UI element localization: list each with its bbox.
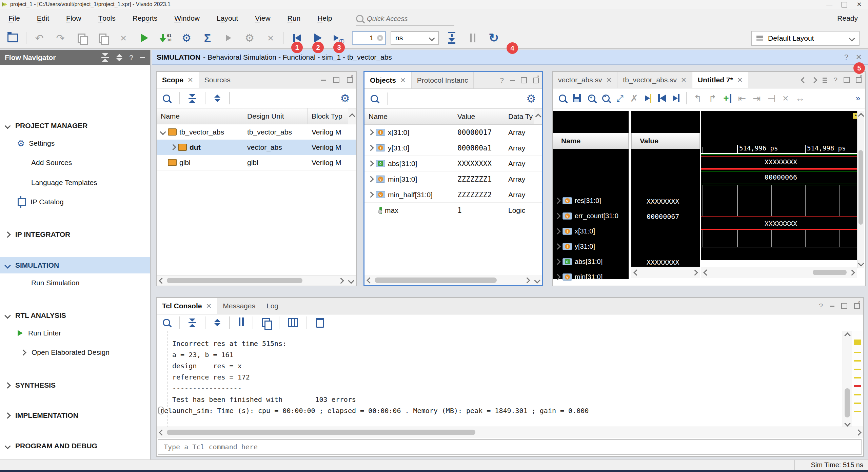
tab-messages[interactable]: Messages — [217, 298, 261, 314]
open-project-button[interactable] — [5, 30, 21, 46]
maximize-panel-icon[interactable] — [844, 77, 850, 83]
tcl-command-input[interactable] — [158, 439, 862, 455]
console-output[interactable]: Incorrect res at time 515ns: a = 23, b =… — [157, 331, 843, 428]
menu-help[interactable]: Help — [309, 9, 340, 28]
swap-before-icon[interactable]: ↰ — [694, 93, 702, 104]
warning-mark[interactable] — [854, 352, 861, 353]
minimize-panel-icon[interactable] — [321, 80, 326, 81]
scroll-up-icon[interactable] — [349, 113, 355, 119]
settings-button[interactable]: ⚙ — [178, 30, 195, 46]
menu-flow[interactable]: Flow — [58, 9, 90, 28]
run-synthesis-button-disabled[interactable] — [220, 30, 237, 46]
sidebar-section-synthesis[interactable]: SYNTHESIS — [0, 377, 150, 393]
redo-button[interactable]: ↷ — [52, 30, 68, 46]
value-horizontal-scrollbar[interactable] — [631, 267, 700, 278]
column-name[interactable]: Name — [157, 108, 243, 124]
close-simulation-icon[interactable]: ✕ — [856, 53, 862, 62]
sidebar-section-program-and-debug[interactable]: PROGRAM AND DEBUG — [0, 438, 150, 454]
console-vertical-scrollbar[interactable] — [843, 331, 852, 428]
restore-window-button[interactable] — [837, 0, 852, 9]
sidebar-item-open-elaborated-design[interactable]: Open Elaborated Design — [0, 344, 150, 361]
wave-plot[interactable]: ▸ 514,996 ps 514,998 ps XXXXXXXX 0000006… — [701, 111, 861, 260]
scroll-left-icon[interactable] — [633, 269, 639, 275]
sidebar-item-add-sources[interactable]: Add Sources — [0, 155, 150, 171]
close-tab-icon[interactable]: ✕ — [206, 302, 212, 310]
expand-all-icon[interactable] — [116, 54, 122, 61]
copy-button[interactable] — [73, 30, 90, 46]
warning-mark[interactable] — [854, 403, 861, 404]
tab-untitled-7[interactable]: Untitled 7*✕ — [692, 72, 749, 88]
wave-signal-row[interactable]: Iy[31:0] — [553, 239, 629, 254]
scroll-right-icon[interactable] — [524, 277, 530, 283]
menu-tools[interactable]: Tools — [90, 9, 124, 28]
help-icon[interactable]: ? — [129, 54, 133, 62]
scroll-right-icon[interactable] — [338, 278, 344, 284]
scrollbar-thumb[interactable] — [845, 388, 850, 417]
scroll-left-icon[interactable] — [159, 429, 165, 435]
help-icon[interactable]: ? — [844, 53, 848, 62]
collapse-all-icon[interactable] — [189, 94, 196, 103]
next-tab-icon[interactable] — [811, 77, 817, 83]
copy-icon[interactable] — [262, 318, 270, 327]
prev-tab-icon[interactable] — [801, 77, 807, 83]
gear-icon[interactable]: ⚙ — [340, 93, 350, 104]
close-window-button[interactable]: ✕ — [852, 0, 867, 9]
close-tab-icon[interactable]: ✕ — [681, 76, 687, 84]
tab-sources[interactable]: Sources — [199, 72, 236, 88]
table-row[interactable]: tb_vector_abs tb_vector_abs Verilog M — [157, 124, 356, 140]
scroll-right-icon[interactable] — [692, 269, 698, 275]
warning-mark[interactable] — [854, 394, 861, 395]
column-design-unit[interactable]: Design Unit — [243, 108, 308, 124]
scroll-up-icon[interactable] — [844, 332, 850, 338]
quick-access-search[interactable] — [356, 12, 454, 26]
close-tab-icon[interactable]: ✕ — [737, 76, 743, 84]
next-transition-icon[interactable] — [673, 94, 679, 102]
menu-reports[interactable]: Reports — [124, 9, 166, 28]
wave-vertical-scrollbar[interactable] — [857, 111, 864, 268]
cut-button[interactable]: × — [115, 30, 132, 46]
menu-view[interactable]: View — [246, 9, 279, 28]
table-row-selected[interactable]: dut vector_abs Verilog M — [157, 140, 356, 155]
minimize-panel-icon[interactable] — [140, 57, 145, 58]
scroll-left-icon[interactable] — [159, 278, 165, 284]
wave-signal-row[interactable]: 0abs[31:0] — [553, 254, 629, 269]
tab-vector-abs-sv[interactable]: vector_abs.sv✕ — [553, 72, 617, 88]
scrollbar-thumb[interactable] — [167, 278, 302, 283]
help-icon[interactable]: ? — [833, 76, 837, 84]
scroll-down-icon[interactable] — [844, 420, 850, 426]
maximize-panel-icon[interactable] — [521, 77, 527, 83]
add-marker-icon[interactable]: + — [723, 93, 731, 104]
columns-icon[interactable] — [288, 318, 298, 327]
save-waveform-icon[interactable] — [573, 94, 581, 102]
previous-transition-icon[interactable] — [658, 94, 666, 102]
search-icon[interactable] — [163, 95, 170, 102]
generate-bitstream-button[interactable]: 0110 — [157, 30, 174, 46]
sidebar-section-simulation[interactable]: SIMULATION — [0, 257, 150, 273]
help-icon[interactable]: ? — [500, 76, 504, 84]
scroll-up-icon[interactable] — [535, 114, 541, 120]
scroll-down-icon[interactable] — [858, 260, 864, 266]
close-tab-icon[interactable]: ✕ — [400, 76, 406, 84]
search-icon[interactable] — [371, 95, 378, 102]
wave-signal-row[interactable]: vmin[31:0] — [553, 269, 629, 285]
minimize-panel-icon[interactable] — [510, 80, 515, 81]
sidebar-item-language-templates[interactable]: Language Templates — [0, 175, 150, 191]
sidebar-item-ip-catalog[interactable]: IP Catalog — [0, 194, 150, 210]
go-to-time-icon[interactable] — [645, 94, 651, 103]
menu-edit[interactable]: Edit — [28, 9, 58, 28]
scrollbar-thumb[interactable] — [167, 430, 475, 435]
scroll-down-icon[interactable] — [534, 277, 540, 283]
jump-start-icon[interactable]: ⇤ — [738, 93, 746, 104]
gear-icon[interactable]: ⚙ — [526, 93, 536, 104]
swap-after-icon[interactable]: ↱ — [709, 93, 716, 104]
layout-selector[interactable]: Default Layout — [751, 31, 860, 46]
warning-mark[interactable] — [854, 360, 861, 362]
column-block-type[interactable]: Block Typ — [308, 108, 348, 124]
float-panel-icon[interactable] — [533, 78, 539, 83]
paste-button[interactable] — [94, 30, 111, 46]
zoom-fit-icon[interactable]: ⤢ — [616, 93, 624, 104]
relaunch-simulation-button[interactable]: ↻ — [486, 30, 502, 46]
quick-access-input[interactable] — [366, 15, 442, 23]
column-name[interactable]: Name — [364, 109, 453, 124]
wave-signal-row[interactable]: Ix[31:0] — [553, 224, 629, 239]
